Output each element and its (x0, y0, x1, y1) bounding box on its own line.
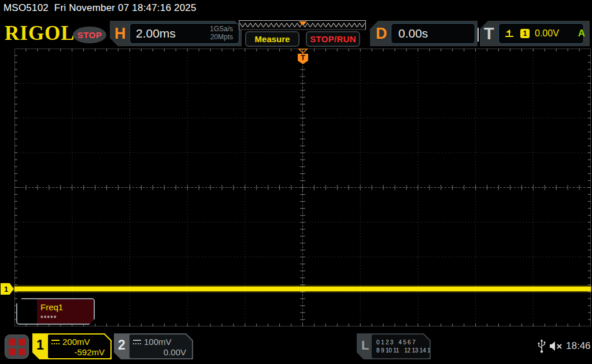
channel-2-status-button[interactable]: 2 100mV 0.00V (114, 333, 193, 359)
grid-square-icon (18, 339, 25, 346)
ch1-ground-marker-label: 1 (4, 285, 8, 294)
horizontal-label: H (114, 25, 126, 43)
delay-readout: 0.00s (391, 23, 475, 44)
delay-label: D (376, 25, 387, 43)
datetime-text: Fri November 07 18:47:16 2025 (54, 2, 197, 13)
sample-rate-readout: 1GSa/s 20Mpts (210, 25, 233, 42)
measurement-value: ***** (40, 314, 57, 322)
graticule-grid (14, 49, 591, 326)
usb-icon (537, 339, 546, 354)
overview-zigzag-icon (239, 21, 365, 29)
status-line: MSO5102 Fri November 07 18:47:16 2025 (3, 2, 197, 14)
channel-1-readout: 200mV -592mV (48, 335, 110, 358)
logic-channels-button[interactable]: L 0 1 2 3 4 5 6 7 8 9 10 11 12 13 14 15 (357, 333, 431, 359)
sample-rate-value: 1GSa/s (210, 25, 233, 33)
logic-row1-group2: 4 5 6 7 (398, 339, 415, 346)
logic-row1-group1: 0 1 2 3 (376, 339, 393, 346)
timebase-value: 2.00ms (136, 27, 176, 40)
trigger-source-badge: 1 (520, 29, 530, 38)
delay-value: 0.00s (391, 27, 428, 40)
logic-label: L (361, 339, 369, 352)
logic-channel-list: 0 1 2 3 4 5 6 7 8 9 10 11 12 13 14 15 (372, 335, 430, 358)
svg-text:T: T (301, 53, 305, 62)
delay-menu-button[interactable]: D 0.00s (370, 21, 478, 46)
grid-square-icon (9, 348, 16, 355)
trigger-menu-button[interactable]: T 1 0.00V A (480, 21, 590, 46)
trigger-label: T (484, 24, 494, 43)
measure-button-label: Measure (255, 34, 290, 44)
stop-run-button-label: STOP/RUN (310, 34, 356, 44)
ch1-ground-marker[interactable]: 1 (1, 283, 14, 295)
dc-coupling-icon (133, 340, 141, 344)
graticule (14, 49, 591, 326)
measure-button[interactable]: Measure (245, 31, 299, 47)
rising-edge-trigger-icon (504, 29, 515, 38)
channel-2-readout: 100mV 0.00V (130, 335, 192, 358)
channel-1-status-button[interactable]: 1 200mV -592mV (32, 333, 112, 359)
oscilloscope-screen: MSO5102 Fri November 07 18:47:16 2025 RI… (0, 0, 592, 364)
horizontal-menu-button[interactable]: H 2.00ms 1GSa/s 20Mpts (110, 21, 242, 46)
channel-1-number: 1 (36, 339, 44, 352)
trigger-sweep-mode: A (578, 28, 585, 39)
dc-coupling-icon (51, 340, 60, 344)
run-state-indicator: STOP (73, 27, 106, 43)
trigger-position-marker[interactable]: T (294, 49, 312, 65)
logic-row2-group1: 8 9 10 11 (376, 347, 399, 354)
header-divider (478, 28, 479, 42)
waveform-overview-strip[interactable] (239, 20, 366, 30)
stop-run-button[interactable]: STOP/RUN (306, 31, 360, 47)
trigger-level-value: 0.00V (535, 28, 559, 39)
grid-square-icon (9, 339, 16, 346)
measurement-result-box[interactable]: Freq1 ***** (16, 298, 95, 325)
speaker-muted-icon[interactable] (549, 341, 563, 351)
function-grid-button[interactable] (5, 335, 29, 359)
channel-2-number: 2 (118, 339, 125, 352)
channel-2-offset: 0.00V (130, 347, 192, 357)
ch1-waveform-trace (14, 287, 591, 291)
rigol-logo: RIGOL (5, 23, 75, 43)
channel-1-scale: 200mV (62, 337, 90, 347)
grid-square-icon (18, 348, 25, 355)
measurement-name: Freq1 (40, 302, 63, 312)
horizontal-readout: 2.00ms 1GSa/s 20Mpts (130, 23, 239, 44)
run-state-label: STOP (77, 30, 102, 40)
memory-depth-value: 20Mpts (210, 33, 233, 41)
clock-time: 18:46 (566, 340, 591, 352)
channel-2-scale: 100mV (144, 337, 172, 347)
logic-row2-group2: 12 13 14 15 (404, 347, 434, 354)
trigger-readout: 1 0.00V (498, 23, 584, 44)
channel-1-offset: -592mV (48, 347, 110, 357)
model-name: MSO5102 (3, 2, 49, 13)
